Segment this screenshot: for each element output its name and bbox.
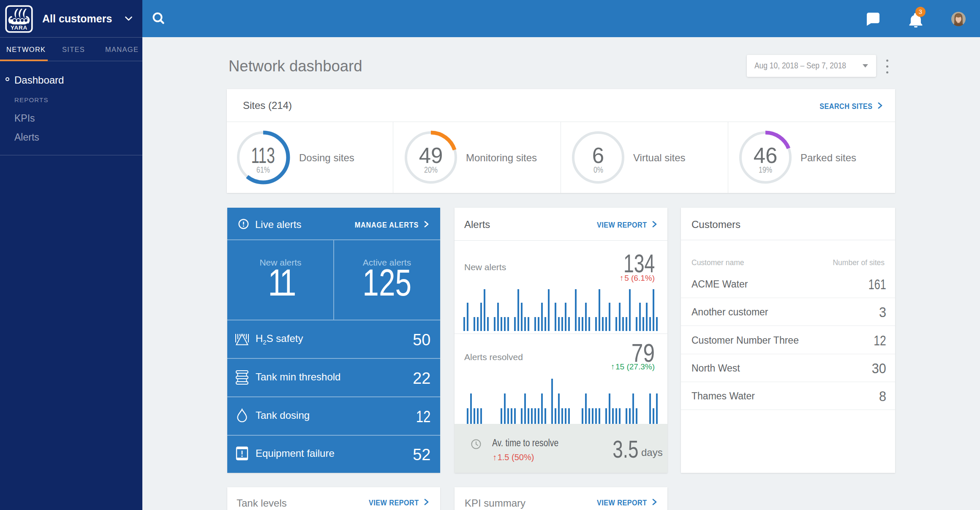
svg-text:YARA: YARA	[11, 24, 27, 31]
